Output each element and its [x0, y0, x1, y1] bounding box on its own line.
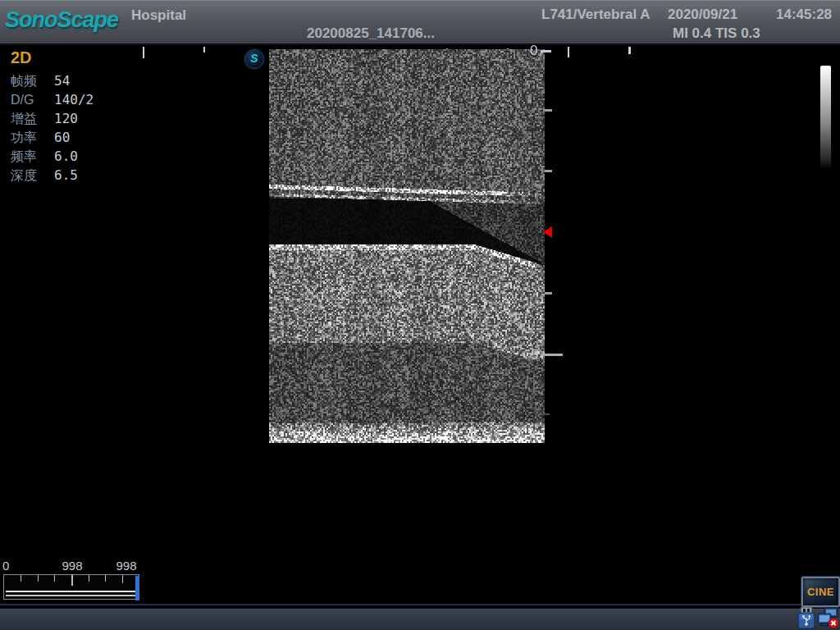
cine-progress-line [6, 595, 136, 596]
cine-button-label: CINE [807, 586, 834, 598]
param-label: D/G [11, 93, 54, 107]
acoustic-indices: MI 0.4 TIS 0.3 [673, 25, 760, 42]
param-label: 频率 [11, 148, 54, 166]
param-value: 140/2 [54, 92, 94, 107]
top-ruler-tick [203, 47, 205, 52]
cine-current-label: 998 [57, 559, 87, 573]
cine-tick [105, 575, 106, 582]
param-label: 深度 [11, 167, 54, 185]
ultrasound-image [269, 49, 545, 443]
param-value: 6.0 [54, 148, 94, 164]
param-row-depth: 深度 6.5 [11, 167, 94, 186]
param-row-dg: D/G 140/2 [11, 92, 94, 111]
param-value: 54 [54, 73, 94, 89]
depth-tick [545, 170, 552, 172]
cine-tick [21, 575, 21, 582]
orientation-marker-letter: S [250, 52, 258, 65]
mode-label: 2D [11, 48, 94, 67]
param-value: 60 [54, 130, 94, 145]
param-value: 120 [54, 111, 94, 126]
depth-tick [543, 413, 550, 415]
usb-device-icon[interactable] [797, 607, 815, 630]
cine-progress-line [6, 591, 136, 592]
network-disconnected-icon[interactable] [816, 607, 839, 630]
param-label: 增益 [11, 111, 54, 128]
depth-tick [545, 292, 552, 294]
cine-start-label: 0 [2, 559, 9, 573]
probe-orientation-marker-icon: S [244, 49, 264, 69]
probe-preset-label: L741/Vertebral A [541, 7, 651, 23]
depth-label-0: 0 [530, 43, 537, 59]
header-bar: SonoScape Hospital L741/Vertebral A 2020… [0, 0, 840, 45]
exam-date: 2020/09/21 [668, 7, 737, 23]
cine-button[interactable]: CINE [801, 577, 840, 607]
ultrasound-screen: SonoScape Hospital L741/Vertebral A 2020… [0, 0, 840, 630]
clock: 14:45:28 [776, 7, 832, 23]
param-row-frequency: 频率 6.0 [11, 148, 94, 167]
param-label: 功率 [11, 130, 54, 147]
cine-tick [38, 575, 39, 582]
param-value: 6.5 [54, 167, 94, 183]
cine-tick [71, 575, 73, 586]
hospital-name: Hospital [131, 7, 186, 24]
taskbar [0, 609, 840, 630]
param-label: 帧频 [11, 73, 54, 90]
top-ruler-tick [143, 47, 144, 58]
depth-tick [545, 109, 552, 112]
top-ruler-tick [628, 47, 631, 54]
depth-tick [541, 50, 551, 52]
cine-tick [89, 575, 89, 582]
file-name: 20200825_141706... [307, 25, 435, 42]
parameter-panel: 2D 帧频 54 D/G 140/2 增益 120 功率 60 频率 6.0 深… [11, 48, 94, 186]
cine-total-label: 998 [112, 559, 141, 573]
grayscale-bar [820, 66, 831, 169]
cine-tick [54, 575, 55, 582]
cine-position-marker[interactable] [135, 576, 139, 600]
top-ruler-tick [568, 47, 569, 57]
param-row-framerate: 帧频 54 [11, 73, 94, 92]
param-row-gain: 增益 120 [11, 111, 94, 130]
focus-marker-icon [543, 226, 552, 238]
cine-tick [122, 575, 123, 583]
bottom-divider [0, 604, 840, 605]
param-row-power: 功率 60 [11, 130, 94, 148]
depth-tick [541, 354, 563, 356]
sonoscape-logo: SonoScape [5, 7, 118, 33]
depth-label-5: 5 [531, 347, 538, 363]
